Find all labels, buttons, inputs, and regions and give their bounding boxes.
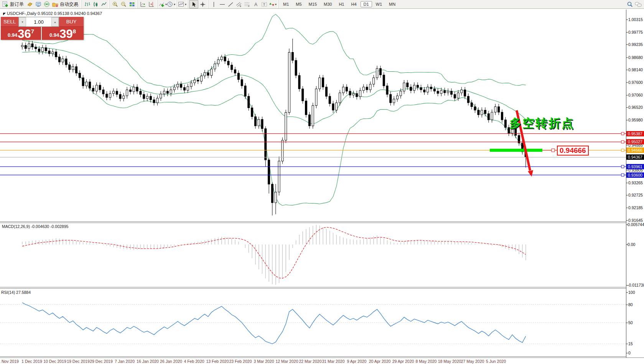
- rsi-line: [22, 303, 526, 344]
- book-icon: [27, 1, 33, 8]
- candle: [308, 112, 310, 129]
- autotrade-label[interactable]: 自动交易: [60, 1, 78, 8]
- date-label: 12 Mar 2020: [276, 359, 298, 364]
- text-label-button[interactable]: T: [260, 0, 268, 8]
- arrows-button[interactable]: ▾: [268, 0, 277, 8]
- time-axis[interactable]: 1 Nov 20191 Dec 201910 Dec 201919 Dec 20…: [0, 357, 644, 364]
- candle: [282, 138, 283, 164]
- panel-separator[interactable]: [0, 287, 644, 287]
- line-chart-button[interactable]: [100, 0, 108, 8]
- signals-button[interactable]: [43, 0, 51, 8]
- candle: [454, 92, 456, 101]
- volume-input[interactable]: [26, 17, 51, 26]
- equidistant-channel-button[interactable]: E: [235, 0, 243, 8]
- date-label: 20 Apr 2020: [369, 359, 391, 364]
- axis-tick-mark: [626, 32, 628, 33]
- new-order-label[interactable]: 新订单: [10, 1, 24, 8]
- templates-button[interactable]: ▾: [178, 0, 186, 8]
- timeframe-button-MN[interactable]: MN: [386, 1, 399, 7]
- candle: [92, 85, 94, 94]
- cursor-button[interactable]: [189, 0, 198, 8]
- search-button[interactable]: [626, 0, 634, 8]
- axis-tick-mark: [626, 305, 628, 305]
- volume-decrease-button[interactable]: ▼: [19, 17, 26, 26]
- candle: [444, 88, 446, 96]
- trendline-button[interactable]: [226, 0, 235, 8]
- horizontal-line-button[interactable]: [218, 0, 226, 8]
- timeframe-button-H1[interactable]: H1: [336, 1, 347, 7]
- one-click-trading-panel: SELL ▼ ▲ BUY 0.94367 0.94398: [1, 17, 84, 40]
- timeframe-button-M1[interactable]: M1: [280, 1, 292, 7]
- zoom-out-button[interactable]: [119, 0, 128, 8]
- horizontal-level-line[interactable]: [0, 165, 626, 168]
- candle: [464, 87, 466, 99]
- candle: [166, 89, 168, 97]
- candle: [285, 110, 287, 143]
- candle: [21, 43, 23, 49]
- rsi-indicator-panel[interactable]: [0, 289, 626, 357]
- candle: [183, 85, 185, 93]
- candle: [461, 87, 463, 95]
- candle: [65, 56, 67, 67]
- candle: [265, 126, 267, 167]
- green-support-bar[interactable]: [490, 149, 542, 152]
- indicators-button[interactable]: ▾: [158, 0, 167, 8]
- buy-price-quote[interactable]: 0.94398: [42, 27, 84, 40]
- panel-separator[interactable]: [0, 288, 644, 289]
- fibonacci-button[interactable]: F: [243, 0, 252, 8]
- zoom-in-button[interactable]: [111, 0, 119, 8]
- main-toolbar: 新订单 自动交易: [0, 0, 644, 9]
- timeframe-button-M15[interactable]: M15: [306, 1, 320, 7]
- periods-button[interactable]: ▾: [167, 0, 175, 8]
- toolbar-group-cursor: [188, 0, 208, 8]
- horizontal-level-line[interactable]: [0, 132, 626, 135]
- macd-indicator-panel[interactable]: [0, 223, 626, 287]
- timeframe-button-D1[interactable]: D1: [361, 1, 372, 7]
- toolbar-group-zoom: [109, 0, 137, 8]
- autotrade-button[interactable]: [51, 0, 59, 8]
- arrow-objects-icon: [269, 2, 275, 7]
- bar-chart-button[interactable]: [83, 0, 91, 8]
- price-axis[interactable]: 1.003150.997750.992350.986800.981400.976…: [626, 10, 644, 357]
- price-tag-annotation[interactable]: 0.94666: [557, 146, 589, 156]
- panel-separator[interactable]: [0, 223, 644, 223]
- crosshair-button[interactable]: [198, 0, 207, 8]
- volume-increase-button[interactable]: ▲: [51, 17, 59, 26]
- candle: [231, 62, 233, 72]
- toolbar-group-indicators: ▾ ▾: [157, 0, 176, 8]
- timeframe-button-H4[interactable]: H4: [348, 1, 359, 7]
- price-tag-handle[interactable]: [552, 149, 555, 152]
- candle: [298, 73, 300, 92]
- candle: [396, 93, 398, 102]
- candle: [386, 83, 388, 97]
- text-button[interactable]: A: [252, 0, 260, 8]
- sell-price-quote[interactable]: 0.94367: [1, 27, 41, 40]
- candle: [478, 107, 479, 118]
- timeframe-button-W1[interactable]: W1: [373, 1, 385, 7]
- candle: [356, 91, 358, 100]
- candle: [58, 54, 60, 65]
- charts-book-button[interactable]: [26, 0, 34, 8]
- candle: [488, 111, 489, 123]
- candle: [501, 110, 503, 123]
- candlestick-chart-button[interactable]: [91, 0, 100, 8]
- candle: [376, 66, 378, 80]
- market-watch-button[interactable]: [34, 0, 43, 8]
- chart-shift-button[interactable]: [147, 0, 156, 8]
- vertical-line-button[interactable]: [209, 0, 218, 8]
- candle: [329, 93, 331, 107]
- timeframe-button-M5[interactable]: M5: [293, 1, 305, 7]
- candle: [261, 116, 263, 131]
- new-order-button[interactable]: [1, 0, 10, 8]
- tile-windows-button[interactable]: [128, 0, 136, 8]
- buy-button[interactable]: BUY: [59, 17, 84, 27]
- horizontal-level-line[interactable]: [0, 141, 626, 143]
- rsi-tick-label: 100: [628, 290, 635, 295]
- auto-scroll-button[interactable]: [139, 0, 147, 8]
- panel-separator[interactable]: [0, 221, 644, 222]
- auto-scroll-icon: [140, 1, 147, 8]
- date-label: 1 Nov 2019: [0, 359, 19, 364]
- timeframe-button-M30[interactable]: M30: [321, 1, 335, 7]
- sell-button[interactable]: SELL: [1, 17, 18, 27]
- community-chat-button[interactable]: [634, 0, 642, 8]
